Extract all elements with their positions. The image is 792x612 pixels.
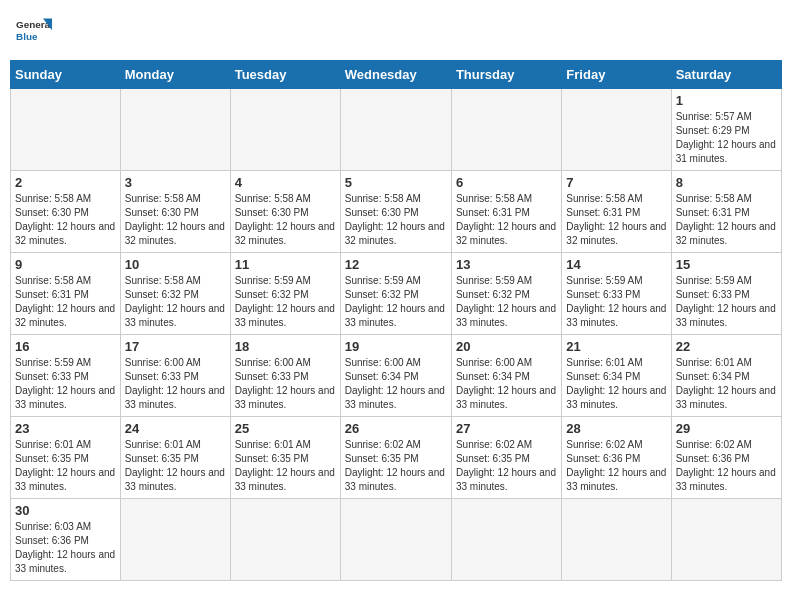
day-info: Sunrise: 6:01 AM Sunset: 6:34 PM Dayligh…	[676, 356, 777, 412]
day-number: 25	[235, 421, 336, 436]
day-number: 1	[676, 93, 777, 108]
calendar-cell: 22Sunrise: 6:01 AM Sunset: 6:34 PM Dayli…	[671, 335, 781, 417]
day-header-wednesday: Wednesday	[340, 61, 451, 89]
day-info: Sunrise: 5:58 AM Sunset: 6:31 PM Dayligh…	[566, 192, 666, 248]
day-info: Sunrise: 5:57 AM Sunset: 6:29 PM Dayligh…	[676, 110, 777, 166]
calendar-week-row: 1Sunrise: 5:57 AM Sunset: 6:29 PM Daylig…	[11, 89, 782, 171]
calendar-cell: 11Sunrise: 5:59 AM Sunset: 6:32 PM Dayli…	[230, 253, 340, 335]
day-number: 16	[15, 339, 116, 354]
day-number: 3	[125, 175, 226, 190]
calendar-cell: 18Sunrise: 6:00 AM Sunset: 6:33 PM Dayli…	[230, 335, 340, 417]
calendar-cell: 5Sunrise: 5:58 AM Sunset: 6:30 PM Daylig…	[340, 171, 451, 253]
logo-icon: GeneralBlue	[16, 14, 52, 50]
day-info: Sunrise: 5:58 AM Sunset: 6:31 PM Dayligh…	[456, 192, 557, 248]
day-number: 17	[125, 339, 226, 354]
day-number: 6	[456, 175, 557, 190]
day-number: 4	[235, 175, 336, 190]
day-number: 28	[566, 421, 666, 436]
logo: GeneralBlue	[16, 14, 52, 50]
day-number: 29	[676, 421, 777, 436]
calendar-week-row: 9Sunrise: 5:58 AM Sunset: 6:31 PM Daylig…	[11, 253, 782, 335]
calendar-cell: 13Sunrise: 5:59 AM Sunset: 6:32 PM Dayli…	[451, 253, 561, 335]
calendar-cell: 29Sunrise: 6:02 AM Sunset: 6:36 PM Dayli…	[671, 417, 781, 499]
calendar-cell: 20Sunrise: 6:00 AM Sunset: 6:34 PM Dayli…	[451, 335, 561, 417]
day-number: 22	[676, 339, 777, 354]
calendar-cell: 2Sunrise: 5:58 AM Sunset: 6:30 PM Daylig…	[11, 171, 121, 253]
calendar-week-row: 30Sunrise: 6:03 AM Sunset: 6:36 PM Dayli…	[11, 499, 782, 581]
calendar-week-row: 23Sunrise: 6:01 AM Sunset: 6:35 PM Dayli…	[11, 417, 782, 499]
calendar-cell: 28Sunrise: 6:02 AM Sunset: 6:36 PM Dayli…	[562, 417, 671, 499]
calendar-cell: 8Sunrise: 5:58 AM Sunset: 6:31 PM Daylig…	[671, 171, 781, 253]
calendar-cell	[120, 89, 230, 171]
calendar-cell: 12Sunrise: 5:59 AM Sunset: 6:32 PM Dayli…	[340, 253, 451, 335]
day-info: Sunrise: 6:03 AM Sunset: 6:36 PM Dayligh…	[15, 520, 116, 576]
day-number: 10	[125, 257, 226, 272]
day-number: 20	[456, 339, 557, 354]
day-header-monday: Monday	[120, 61, 230, 89]
calendar-cell: 25Sunrise: 6:01 AM Sunset: 6:35 PM Dayli…	[230, 417, 340, 499]
calendar-cell: 14Sunrise: 5:59 AM Sunset: 6:33 PM Dayli…	[562, 253, 671, 335]
day-info: Sunrise: 5:58 AM Sunset: 6:31 PM Dayligh…	[676, 192, 777, 248]
day-number: 11	[235, 257, 336, 272]
day-number: 27	[456, 421, 557, 436]
day-info: Sunrise: 5:59 AM Sunset: 6:33 PM Dayligh…	[676, 274, 777, 330]
calendar-cell: 24Sunrise: 6:01 AM Sunset: 6:35 PM Dayli…	[120, 417, 230, 499]
calendar-cell: 10Sunrise: 5:58 AM Sunset: 6:32 PM Dayli…	[120, 253, 230, 335]
calendar-cell: 21Sunrise: 6:01 AM Sunset: 6:34 PM Dayli…	[562, 335, 671, 417]
calendar-cell: 16Sunrise: 5:59 AM Sunset: 6:33 PM Dayli…	[11, 335, 121, 417]
day-info: Sunrise: 6:02 AM Sunset: 6:35 PM Dayligh…	[456, 438, 557, 494]
day-number: 19	[345, 339, 447, 354]
day-info: Sunrise: 6:01 AM Sunset: 6:35 PM Dayligh…	[15, 438, 116, 494]
calendar-cell: 30Sunrise: 6:03 AM Sunset: 6:36 PM Dayli…	[11, 499, 121, 581]
calendar-cell: 4Sunrise: 5:58 AM Sunset: 6:30 PM Daylig…	[230, 171, 340, 253]
day-number: 15	[676, 257, 777, 272]
day-info: Sunrise: 5:58 AM Sunset: 6:32 PM Dayligh…	[125, 274, 226, 330]
day-info: Sunrise: 5:59 AM Sunset: 6:32 PM Dayligh…	[345, 274, 447, 330]
day-info: Sunrise: 5:59 AM Sunset: 6:32 PM Dayligh…	[456, 274, 557, 330]
calendar-cell: 7Sunrise: 5:58 AM Sunset: 6:31 PM Daylig…	[562, 171, 671, 253]
calendar-header-row: SundayMondayTuesdayWednesdayThursdayFrid…	[11, 61, 782, 89]
calendar-cell: 15Sunrise: 5:59 AM Sunset: 6:33 PM Dayli…	[671, 253, 781, 335]
day-info: Sunrise: 5:59 AM Sunset: 6:32 PM Dayligh…	[235, 274, 336, 330]
day-info: Sunrise: 5:58 AM Sunset: 6:30 PM Dayligh…	[345, 192, 447, 248]
day-info: Sunrise: 6:00 AM Sunset: 6:33 PM Dayligh…	[125, 356, 226, 412]
day-header-sunday: Sunday	[11, 61, 121, 89]
day-info: Sunrise: 5:59 AM Sunset: 6:33 PM Dayligh…	[566, 274, 666, 330]
day-info: Sunrise: 6:00 AM Sunset: 6:34 PM Dayligh…	[345, 356, 447, 412]
calendar-header: GeneralBlue	[10, 10, 782, 54]
day-info: Sunrise: 6:00 AM Sunset: 6:34 PM Dayligh…	[456, 356, 557, 412]
day-number: 12	[345, 257, 447, 272]
day-number: 18	[235, 339, 336, 354]
day-info: Sunrise: 6:01 AM Sunset: 6:35 PM Dayligh…	[235, 438, 336, 494]
day-number: 14	[566, 257, 666, 272]
day-info: Sunrise: 5:59 AM Sunset: 6:33 PM Dayligh…	[15, 356, 116, 412]
calendar-cell	[340, 499, 451, 581]
svg-text:Blue: Blue	[16, 31, 38, 42]
day-info: Sunrise: 5:58 AM Sunset: 6:30 PM Dayligh…	[15, 192, 116, 248]
day-info: Sunrise: 6:01 AM Sunset: 6:34 PM Dayligh…	[566, 356, 666, 412]
day-header-friday: Friday	[562, 61, 671, 89]
calendar-cell	[562, 499, 671, 581]
calendar-week-row: 16Sunrise: 5:59 AM Sunset: 6:33 PM Dayli…	[11, 335, 782, 417]
calendar-cell: 3Sunrise: 5:58 AM Sunset: 6:30 PM Daylig…	[120, 171, 230, 253]
calendar-cell: 23Sunrise: 6:01 AM Sunset: 6:35 PM Dayli…	[11, 417, 121, 499]
calendar-week-row: 2Sunrise: 5:58 AM Sunset: 6:30 PM Daylig…	[11, 171, 782, 253]
calendar-cell	[230, 499, 340, 581]
day-info: Sunrise: 6:01 AM Sunset: 6:35 PM Dayligh…	[125, 438, 226, 494]
calendar-cell: 9Sunrise: 5:58 AM Sunset: 6:31 PM Daylig…	[11, 253, 121, 335]
calendar-cell	[451, 89, 561, 171]
day-info: Sunrise: 6:00 AM Sunset: 6:33 PM Dayligh…	[235, 356, 336, 412]
day-info: Sunrise: 5:58 AM Sunset: 6:30 PM Dayligh…	[235, 192, 336, 248]
day-number: 2	[15, 175, 116, 190]
calendar-cell: 19Sunrise: 6:00 AM Sunset: 6:34 PM Dayli…	[340, 335, 451, 417]
calendar-cell	[451, 499, 561, 581]
day-number: 26	[345, 421, 447, 436]
day-number: 5	[345, 175, 447, 190]
calendar-cell: 27Sunrise: 6:02 AM Sunset: 6:35 PM Dayli…	[451, 417, 561, 499]
calendar-cell	[11, 89, 121, 171]
calendar-cell	[120, 499, 230, 581]
calendar-cell	[671, 499, 781, 581]
day-number: 30	[15, 503, 116, 518]
calendar-cell	[230, 89, 340, 171]
day-number: 24	[125, 421, 226, 436]
